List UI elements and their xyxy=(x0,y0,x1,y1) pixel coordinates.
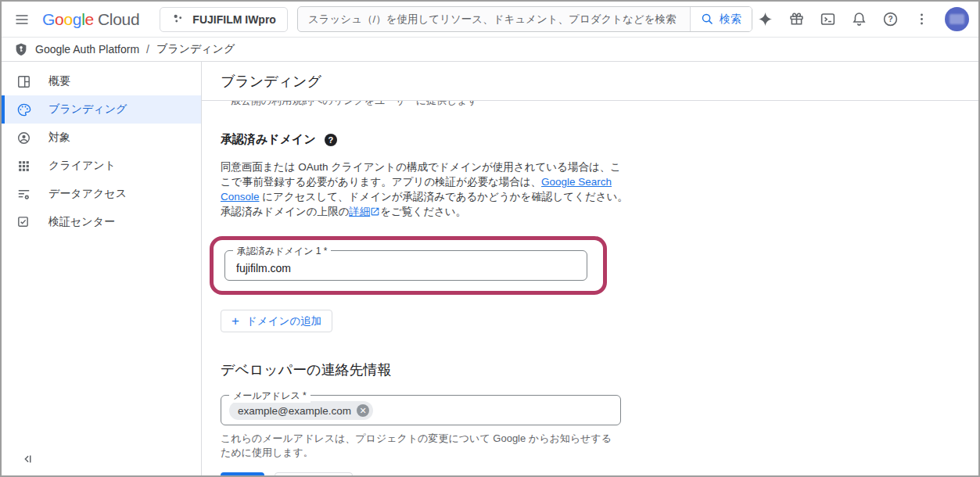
sidebar-item-overview[interactable]: 概要 xyxy=(2,67,201,95)
svg-text:?: ? xyxy=(888,15,892,23)
discard-changes-button[interactable]: 変更を破棄 xyxy=(275,472,353,475)
sidebar-item-verification-center[interactable]: 検証センター xyxy=(2,208,201,236)
search-input[interactable] xyxy=(298,7,690,31)
collapse-sidebar-icon[interactable] xyxy=(20,452,36,468)
email-chip-value: example@example.com xyxy=(238,405,351,417)
authorized-domains-heading: 承認済みドメイン xyxy=(221,132,316,147)
sidebar-item-label: データアクセス xyxy=(48,187,127,201)
authorized-domain-field: 承認済みドメイン 1 * xyxy=(224,250,587,281)
data-access-gear-icon xyxy=(16,187,31,202)
more-vert-icon[interactable] xyxy=(909,7,934,32)
project-icon xyxy=(171,13,185,26)
topbar-actions: ? xyxy=(752,7,969,32)
breadcrumb-root[interactable]: Google Auth Platform xyxy=(35,43,139,56)
sidebar-item-label: 検証センター xyxy=(48,215,115,229)
breadcrumb-current: ブランディング xyxy=(156,42,235,56)
help-tooltip-icon[interactable]: ? xyxy=(325,134,337,146)
email-helper-text: これらのメールアドレスは、プロジェクトの変更について Google からお知らせ… xyxy=(221,432,618,459)
sidebar-item-clients[interactable]: クライアント xyxy=(2,152,201,180)
cloud-shell-icon[interactable] xyxy=(815,7,840,32)
top-app-bar: Google Cloud FUJIFILM IWpro 検索 xyxy=(2,2,978,38)
global-search: 検索 xyxy=(297,6,752,32)
search-button-label: 検索 xyxy=(720,13,741,27)
save-button[interactable]: 保存 xyxy=(221,472,264,475)
help-icon[interactable]: ? xyxy=(878,7,903,32)
project-selector[interactable]: FUJIFILM IWpro xyxy=(160,7,288,32)
sidebar-item-data-access[interactable]: データアクセス xyxy=(2,180,201,208)
page-header: ブランディング xyxy=(202,62,978,101)
form-actions: 保存 変更を破棄 xyxy=(221,472,960,475)
clipped-scrolled-text: 一般公開の利用規約へのリンクをユーザーに提供します xyxy=(221,101,960,109)
developer-contact-heading: デベロッパーの連絡先情報 xyxy=(221,360,960,379)
palette-icon xyxy=(16,102,31,117)
email-field-label: メールアドレス * xyxy=(229,389,311,403)
apps-grid-icon xyxy=(16,159,31,174)
gift-icon[interactable] xyxy=(784,7,809,32)
sidebar-item-audience[interactable]: 対象 xyxy=(2,124,201,152)
scroll-content[interactable]: 一般公開の利用規約へのリンクをユーザーに提供します 承認済みドメイン ? 同意画… xyxy=(202,101,978,475)
breadcrumb: Google Auth Platform / ブランディング xyxy=(2,38,978,62)
sidebar-item-label: ブランディング xyxy=(48,102,127,117)
logo-google-word: Google xyxy=(42,10,94,29)
google-cloud-console-window: Google Cloud FUJIFILM IWpro 検索 xyxy=(0,0,980,477)
search-icon xyxy=(701,13,714,26)
email-chip: example@example.com ✕ xyxy=(229,401,373,420)
google-cloud-logo[interactable]: Google Cloud xyxy=(42,10,139,29)
authorized-domain-field-label: 承認済みドメイン 1 * xyxy=(233,245,331,258)
overview-icon xyxy=(16,74,31,89)
project-selector-label: FUJIFILM IWpro xyxy=(192,13,276,26)
gemini-spark-icon[interactable] xyxy=(752,7,777,32)
chip-remove-icon[interactable]: ✕ xyxy=(357,404,369,417)
email-address-field[interactable]: メールアドレス * example@example.com ✕ xyxy=(221,395,621,425)
sidebar-item-label: クライアント xyxy=(48,159,116,173)
notifications-bell-icon[interactable] xyxy=(846,7,871,32)
person-icon xyxy=(16,131,31,145)
sidebar-item-label: 概要 xyxy=(48,74,70,88)
sidebar-nav: 概要 ブランディング 対象 クライアント xyxy=(2,62,202,475)
sidebar-item-label: 対象 xyxy=(48,131,70,145)
page-title: ブランディング xyxy=(221,72,321,91)
description-text: をご覧ください。 xyxy=(380,206,466,217)
highlight-annotation-box: 承認済みドメイン 1 * xyxy=(210,236,607,295)
logo-cloud-word: Cloud xyxy=(98,10,139,29)
breadcrumb-separator: / xyxy=(146,43,149,56)
checkbox-icon xyxy=(16,215,31,230)
sidebar-item-branding[interactable]: ブランディング xyxy=(2,95,201,124)
hamburger-menu-icon[interactable] xyxy=(9,7,34,32)
authorized-domains-heading-row: 承認済みドメイン ? xyxy=(221,132,960,147)
main-content: ブランディング 一般公開の利用規約へのリンクをユーザーに提供します 承認済みドメ… xyxy=(202,62,978,475)
details-link[interactable]: 詳細 xyxy=(349,206,370,217)
add-domain-button[interactable]: + ドメインの追加 xyxy=(221,310,332,332)
search-button[interactable]: 検索 xyxy=(690,7,752,31)
authorized-domains-description: 同意画面または OAuth クライアントの構成でドメインが使用されている場合は、… xyxy=(221,160,629,219)
open-in-new-icon[interactable] xyxy=(370,206,380,217)
avatar[interactable] xyxy=(945,7,969,31)
auth-shield-key-icon xyxy=(14,42,28,56)
add-domain-button-label: ドメインの追加 xyxy=(246,314,321,328)
plus-icon: + xyxy=(232,314,239,328)
